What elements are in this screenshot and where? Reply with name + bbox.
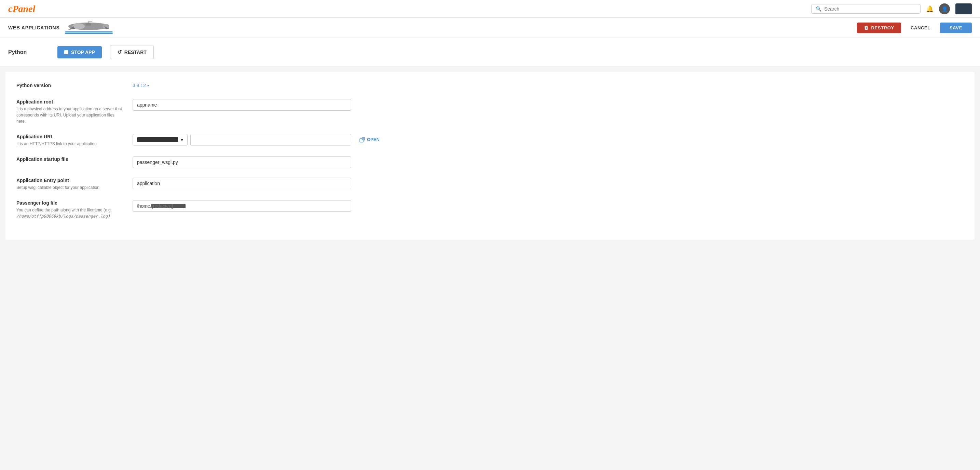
restart-button[interactable]: ↺ RESTART: [110, 45, 154, 59]
entry-point-row: Application Entry point Setup wsgi calla…: [16, 178, 964, 191]
bell-icon[interactable]: 🔔: [926, 5, 934, 13]
python-version-label-col: Python version: [16, 83, 132, 89]
application-root-label: Application root: [16, 99, 124, 105]
header-left: cPanel: [8, 3, 35, 14]
domain-redacted: [137, 137, 178, 142]
destroy-label: DESTROY: [871, 25, 894, 30]
stop-app-label: STOP APP: [71, 49, 95, 55]
entry-point-label-col: Application Entry point Setup wsgi calla…: [16, 178, 132, 191]
app-logo-image: [65, 22, 113, 32]
external-link-icon: [360, 137, 365, 143]
startup-file-control: [132, 156, 964, 168]
app-section: Python STOP APP ↺ RESTART: [0, 38, 980, 66]
search-icon: 🔍: [816, 6, 821, 12]
open-label: OPEN: [367, 137, 380, 142]
cancel-button[interactable]: CANCEL: [904, 22, 937, 33]
application-url-row: Application URL It is an HTTP/HTTPS link…: [16, 134, 964, 147]
entry-point-input[interactable]: [132, 178, 351, 189]
application-root-description: It is a physical address to your applica…: [16, 106, 124, 124]
application-url-label: Application URL: [16, 134, 124, 139]
application-url-label-col: Application URL It is an HTTP/HTTPS link…: [16, 134, 132, 147]
save-button[interactable]: SAVE: [940, 22, 972, 33]
log-file-label: Passenger log file: [16, 200, 124, 206]
top-right-button[interactable]: [955, 3, 972, 14]
destroy-button[interactable]: 🗑 DESTROY: [857, 22, 901, 33]
header-right: 🔍 🔔 👤: [811, 3, 972, 14]
entry-point-description: Setup wsgi callable object for your appl…: [16, 184, 124, 191]
log-file-desc-text: You can define the path along with the f…: [16, 208, 112, 213]
logo-text: cPanel: [8, 3, 35, 14]
python-version-control: 3.8.12 ▾: [132, 83, 964, 88]
application-url-description: It is an HTTP/HTTPS link to your applica…: [16, 141, 124, 147]
application-root-row: Application root It is a physical addres…: [16, 99, 964, 124]
avatar-icon: 👤: [942, 6, 948, 12]
startup-file-label-col: Application startup file: [16, 156, 132, 163]
cpanel-logo: cPanel: [8, 3, 35, 14]
page-title: WEB APPLICATIONS: [8, 25, 59, 30]
application-root-label-col: Application root It is a physical addres…: [16, 99, 132, 124]
python-version-row: Python version 3.8.12 ▾: [16, 83, 964, 89]
avatar[interactable]: 👤: [939, 3, 950, 14]
app-section-title: Python: [8, 49, 49, 56]
application-url-control: ▾ OPEN: [132, 134, 964, 146]
log-file-desc-code: /home/otffp90069kb/logs/passenger.log): [16, 214, 110, 219]
search-bar[interactable]: 🔍: [811, 4, 921, 14]
startup-file-label: Application startup file: [16, 156, 124, 162]
entry-point-label: Application Entry point: [16, 178, 124, 183]
search-input[interactable]: [824, 6, 916, 12]
startup-file-row: Application startup file: [16, 156, 964, 168]
main-content: Python version 3.8.12 ▾ Application root…: [5, 72, 975, 240]
stop-app-button[interactable]: STOP APP: [57, 46, 102, 59]
python-version-label: Python version: [16, 83, 124, 88]
open-button[interactable]: OPEN: [360, 137, 380, 143]
restart-label: RESTART: [124, 49, 146, 55]
toolbar-right: 🗑 DESTROY CANCEL SAVE: [857, 22, 972, 33]
svg-rect-8: [65, 32, 113, 32]
restart-icon: ↺: [117, 49, 122, 56]
stop-icon: [64, 50, 68, 54]
log-file-description: You can define the path along with the f…: [16, 207, 124, 219]
trash-icon: 🗑: [864, 25, 869, 30]
log-file-row: Passenger log file You can define the pa…: [16, 200, 964, 219]
application-root-input[interactable]: [132, 99, 351, 111]
url-domain-select[interactable]: ▾: [132, 134, 188, 146]
domain-chevron-icon: ▾: [181, 137, 183, 143]
log-file-label-col: Passenger log file You can define the pa…: [16, 200, 132, 219]
header: cPanel 🔍 🔔 👤: [0, 0, 980, 18]
startup-file-input[interactable]: [132, 156, 351, 168]
log-file-input[interactable]: [132, 200, 351, 212]
python-version-select[interactable]: 3.8.12 ▾: [132, 83, 149, 88]
log-file-control: /home: [132, 200, 964, 212]
toolbar-left: WEB APPLICATIONS: [8, 22, 113, 34]
entry-point-control: [132, 178, 964, 189]
python-version-value: 3.8.12: [132, 83, 146, 88]
app-logo-area: [65, 22, 113, 34]
toolbar: WEB APPLICATIONS 🗑 DESTROY: [0, 18, 980, 38]
application-root-control: [132, 99, 964, 111]
svg-rect-2: [86, 23, 91, 25]
chevron-down-icon: ▾: [147, 84, 149, 87]
url-path-input[interactable]: [190, 134, 351, 146]
